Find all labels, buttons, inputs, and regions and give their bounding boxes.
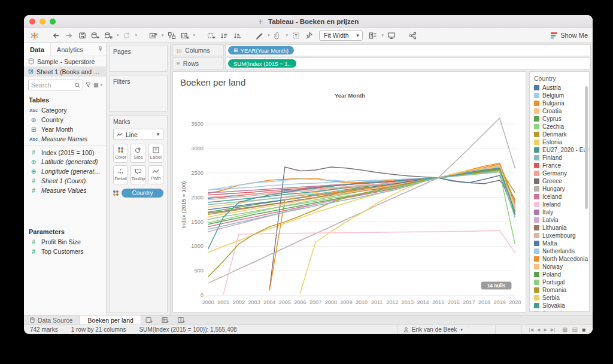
new-story-tab-button[interactable] xyxy=(174,316,190,324)
rows-pill[interactable]: SUM(Index (2015 = 1.. xyxy=(228,59,296,68)
clear-sheet-icon[interactable] xyxy=(180,29,190,41)
format-icon[interactable] xyxy=(272,29,283,41)
legend-item[interactable]: Bulgaria xyxy=(534,99,589,107)
legend-item[interactable]: EU27_2020 - Euro.. xyxy=(534,146,589,154)
presentation-mode-icon[interactable] xyxy=(386,29,397,41)
detail-button[interactable]: Detail xyxy=(113,165,128,184)
first-sheet-icon[interactable]: |◀ xyxy=(529,327,533,332)
connection-sheet1-books[interactable]: Sheet 1 (Books and HIC... xyxy=(24,66,106,77)
sort-descending-icon[interactable] xyxy=(232,29,243,41)
show-tabs-icon[interactable]: ■ xyxy=(582,326,585,333)
clear-sheet-caret-icon[interactable]: ▾ xyxy=(193,33,196,38)
highlight-caret-icon[interactable]: ▾ xyxy=(268,33,270,38)
field-item[interactable]: #Index (2015 = 100) xyxy=(24,145,106,157)
mark-labels-icon[interactable] xyxy=(290,29,301,41)
show-hide-cards-icon[interactable] xyxy=(368,29,378,41)
columns-shelf[interactable]: ⊞YEAR(Year Month) xyxy=(225,44,591,56)
legend-item[interactable]: Slovenia xyxy=(534,310,589,312)
line-chart[interactable]: 0500100015002000250030003500200020012002… xyxy=(179,100,521,311)
share-icon[interactable] xyxy=(408,29,418,41)
field-item[interactable]: #Sheet 1 (Count) xyxy=(24,176,106,186)
pause-updates-caret-icon[interactable]: ▾ xyxy=(117,33,119,38)
legend-item[interactable]: Lithuania xyxy=(534,224,589,232)
legend-item[interactable]: Austria xyxy=(534,84,589,92)
fix-axes-icon[interactable] xyxy=(304,29,314,41)
legend-item[interactable]: Poland xyxy=(534,271,589,278)
group-members-icon[interactable] xyxy=(206,29,217,41)
new-worksheet-icon[interactable] xyxy=(148,29,159,41)
tab-data[interactable]: Data xyxy=(24,43,51,56)
show-hide-cards-caret-icon[interactable]: ▾ xyxy=(381,33,384,38)
legend-item[interactable]: Estonia xyxy=(534,138,589,146)
user-menu[interactable]: Erik van de Beek ▾ xyxy=(397,325,469,334)
series-line-Ireland[interactable] xyxy=(223,230,515,294)
legend-item[interactable]: France xyxy=(534,162,589,169)
legend-item[interactable]: Finland xyxy=(534,154,589,162)
active-sheet-tab[interactable]: Boeken per land xyxy=(80,316,141,324)
show-sheet-sorter-icon[interactable]: ▦ xyxy=(562,326,568,333)
pin-pane-icon[interactable] xyxy=(98,46,102,53)
search-input[interactable]: Search xyxy=(28,80,83,90)
previous-sheet-icon[interactable]: ◀ xyxy=(537,327,540,332)
size-button[interactable]: Size xyxy=(131,144,145,163)
show-filmstrip-icon[interactable]: ▤ xyxy=(572,326,578,333)
legend-item[interactable]: Czechia xyxy=(534,123,589,131)
pages-shelf[interactable]: Pages xyxy=(109,45,168,72)
legend-item[interactable]: Germany xyxy=(534,169,589,177)
data-source-tab[interactable]: Data Source xyxy=(24,316,80,324)
legend-item[interactable]: Malta xyxy=(534,239,589,247)
swap-rows-columns-icon[interactable] xyxy=(166,29,177,41)
column-field-header[interactable]: Year Month xyxy=(179,92,521,100)
field-item[interactable]: ⊕Longitude (generated) xyxy=(24,166,106,176)
field-item[interactable]: AbcMeasure Names xyxy=(24,134,106,144)
new-dashboard-tab-button[interactable] xyxy=(157,316,174,324)
color-button[interactable]: Color xyxy=(113,144,128,163)
legend-item[interactable]: Italy xyxy=(534,208,589,216)
series-line-Luxembourg[interactable] xyxy=(208,171,515,205)
field-item[interactable]: ⊞Year Month xyxy=(24,125,106,134)
connection-sample-superstore[interactable]: Sample - Superstore xyxy=(24,56,106,66)
legend-item[interactable]: Hungary xyxy=(534,185,589,193)
tableau-logo-icon[interactable] xyxy=(29,29,40,41)
legend-item[interactable]: Romania xyxy=(534,286,589,294)
refresh-icon[interactable] xyxy=(122,29,132,41)
new-worksheet-tab-button[interactable] xyxy=(141,316,157,324)
legend-item[interactable]: Portugal xyxy=(534,278,589,286)
country-pill[interactable]: Country xyxy=(122,189,163,198)
filter-fields-icon[interactable] xyxy=(86,82,91,89)
legend-item[interactable]: Greece xyxy=(534,177,589,185)
legend-item[interactable]: Luxembourg xyxy=(534,232,589,239)
forward-icon[interactable] xyxy=(63,29,74,41)
legend-item[interactable]: Belgium xyxy=(534,92,589,99)
legend-scrollbar[interactable] xyxy=(585,86,588,209)
refresh-caret-icon[interactable]: ▾ xyxy=(135,33,138,38)
show-me-button[interactable]: Show Me xyxy=(551,32,588,39)
pause-auto-updates-icon[interactable] xyxy=(103,29,114,41)
columns-pill[interactable]: ⊞YEAR(Year Month) xyxy=(228,46,294,54)
back-icon[interactable] xyxy=(50,29,61,41)
field-item[interactable]: ⊕Country xyxy=(24,115,106,125)
legend-item[interactable]: Croatia xyxy=(534,107,589,115)
last-sheet-icon[interactable]: ▶| xyxy=(551,327,555,332)
field-item[interactable]: #Profit Bin Size xyxy=(24,237,106,247)
legend-item[interactable]: Norway xyxy=(534,263,589,271)
expand-date-icon[interactable]: ⊞ xyxy=(233,47,238,53)
legend-item[interactable]: Netherlands xyxy=(534,247,589,255)
legend-item[interactable]: Iceland xyxy=(534,193,589,201)
tab-analytics[interactable]: Analytics xyxy=(51,43,89,56)
fit-selector[interactable]: Fit Width ▼ xyxy=(319,31,363,41)
new-data-source-icon[interactable] xyxy=(90,29,101,41)
view-as-icon[interactable]: ▦▾ xyxy=(93,82,102,88)
field-item[interactable]: #Measure Values xyxy=(24,186,106,195)
legend-item[interactable]: Latvia xyxy=(534,216,589,224)
highlight-icon[interactable] xyxy=(254,29,265,41)
field-item[interactable]: #Top Customers xyxy=(24,247,106,256)
save-icon[interactable] xyxy=(77,29,87,41)
next-sheet-icon[interactable]: ▶ xyxy=(544,327,547,332)
field-item[interactable]: AbcCategory xyxy=(24,105,106,115)
legend-title[interactable]: Country xyxy=(530,72,589,84)
field-item[interactable]: ⊕Latitude (generated) xyxy=(24,157,106,166)
legend-item[interactable]: Cyprus xyxy=(534,115,589,123)
format-caret-icon[interactable]: ▾ xyxy=(286,33,289,38)
legend-item[interactable]: North Macedonia xyxy=(534,255,589,263)
